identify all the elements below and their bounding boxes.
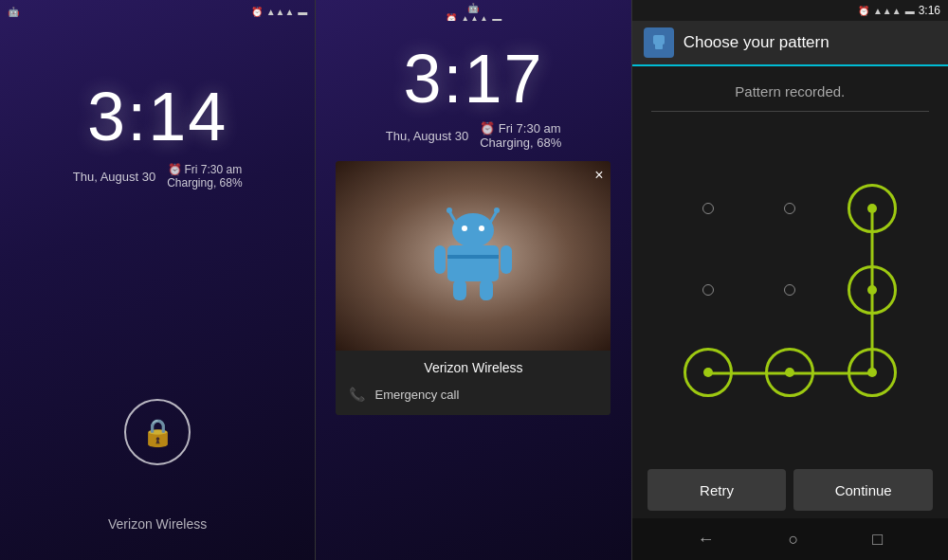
charging-text-1: Charging, 68% [167,176,242,190]
date-text-1: Thu, August 30 [73,170,155,184]
dot-active-inner-2-3 [867,285,877,295]
retry-button[interactable]: Retry [647,469,787,511]
pattern-grid-container[interactable] [632,112,948,469]
carrier-name-1: Verizon Wireless [108,516,207,532]
lock-screen-photo-panel: 🤖 ⏰ ▲▲▲ ▬ 3:17 Thu, August 30 ⏰ Fri 7:30… [316,0,630,560]
dot-3-2 [749,332,831,414]
alarm-clock-icon-2: ⏰ [480,121,495,135]
alarm-row-2: ⏰ Fri 7:30 am [480,121,561,135]
dot-1-2 [749,168,831,250]
android-photo [336,161,611,351]
lock-circle[interactable]: 🔒 [124,399,191,465]
recents-nav-icon[interactable]: □ [872,530,883,550]
svg-point-6 [479,226,484,231]
back-nav-icon[interactable]: ← [698,530,715,550]
status-right-2: ⏰ ▲▲▲ ▬ [446,13,502,21]
dot-active-2-3 [848,265,897,315]
battery-icon-2: ▬ [492,13,501,21]
date-row-2: Thu, August 30 ⏰ Fri 7:30 am Charging, 6… [386,121,561,150]
header-security-icon [644,27,674,58]
status-right-1: ⏰ ▲▲▲ ▬ [251,7,308,17]
phone-icon: 📞 [349,387,365,402]
p3-alarm-icon: ⏰ [858,6,869,16]
photo-app-title: Verizon Wireless [349,360,597,375]
lock-screen-panel: 🤖 ⏰ ▲▲▲ ▬ 3:14 Thu, August 30 ⏰ Fri 7:30… [0,0,315,560]
alarm-icon-2: ⏰ [446,13,457,21]
svg-rect-11 [453,280,466,300]
pattern-screen-panel: ⏰ ▲▲▲ ▬ 3:16 Choose your pattern Pattern… [632,0,948,560]
dot-active-3-3 [848,348,897,397]
svg-rect-12 [480,280,493,300]
dot-inner-1-2 [784,203,795,214]
dot-1-1 [666,168,749,250]
p3-status-bar: ⏰ ▲▲▲ ▬ 3:16 [632,0,948,21]
close-button[interactable]: × [594,167,603,184]
photo-notification-card: × [336,161,611,415]
emergency-row[interactable]: 📞 Emergency call [349,383,597,406]
svg-rect-8 [447,255,499,259]
dot-inner-1-1 [702,203,714,214]
date-text-2: Thu, August 30 [386,129,468,143]
status-bar-1: 🤖 ⏰ ▲▲▲ ▬ [0,0,315,21]
alarm-info-1: ⏰ Fri 7:30 am Charging, 68% [167,163,242,190]
emergency-label: Emergency call [374,388,459,402]
time-display-1: 3:14 [87,78,228,155]
dot-active-inner-1-3 [867,204,877,213]
status-left-1: 🤖 [8,7,19,17]
wifi-icon-1: ▲▲▲ [266,7,295,17]
dot-inner-2-1 [702,284,714,296]
svg-rect-14 [655,42,663,49]
p3-time: 3:16 [919,4,940,17]
status-bar-2: 🤖 ⏰ ▲▲▲ ▬ [316,0,630,21]
battery-icon-1: ▬ [298,7,307,17]
wifi-icon-2: ▲▲▲ [461,13,489,21]
svg-point-2 [447,208,452,213]
dot-inner-2-2 [784,284,795,296]
dot-active-3-2 [765,348,814,397]
alarm-time-2: Fri 7:30 am [499,121,561,135]
p3-battery-icon: ▬ [905,6,915,16]
lock-icon: 🔒 [141,417,174,448]
continue-button[interactable]: Continue [793,469,933,511]
time-display-2: 3:17 [403,40,543,117]
status-left-2: 🤖 [467,3,479,13]
alarm-icon-1: ⏰ [251,7,263,17]
charging-text-2: Charging, 68% [480,135,561,150]
android-icon: 🤖 [8,7,19,17]
svg-point-4 [452,213,494,247]
alarm-time-1: Fri 7:30 am [185,163,243,176]
dot-active-inner-3-1 [703,368,713,377]
dot-active-inner-3-3 [867,368,877,377]
svg-rect-7 [447,245,499,281]
alarm-row-1: ⏰ Fri 7:30 am [168,163,243,176]
home-nav-icon[interactable]: ○ [788,530,798,550]
alarm-clock-icon-1: ⏰ [168,163,182,176]
svg-point-5 [462,226,467,231]
p3-wifi-icon: ▲▲▲ [873,6,902,16]
dot-active-1-3 [848,184,897,233]
dot-active-inner-3-2 [785,368,794,377]
svg-point-3 [494,208,500,213]
panel3-header: Choose your pattern [632,21,948,66]
android-icon-2: 🤖 [467,3,479,13]
alarm-info-2: ⏰ Fri 7:30 am Charging, 68% [480,121,561,150]
dot-2-2 [749,249,831,332]
pattern-buttons: Retry Continue [647,469,933,511]
dot-3-3 [831,332,914,414]
android-robot-svg [430,204,516,308]
nav-bar: ← ○ □ [632,518,948,560]
dot-2-1 [666,249,749,332]
shield-icon [650,34,667,51]
pattern-message: Pattern recorded. [632,66,948,111]
photo-card-bottom: Verizon Wireless 📞 Emergency call [336,351,611,415]
dot-active-3-1 [684,348,733,397]
pattern-grid[interactable] [666,168,913,414]
dot-1-3 [831,168,914,250]
svg-rect-9 [434,245,446,274]
dot-3-1 [666,332,749,414]
svg-rect-10 [501,245,512,274]
header-title: Choose your pattern [684,33,830,52]
date-row-1: Thu, August 30 ⏰ Fri 7:30 am Charging, 6… [73,163,243,190]
dot-2-3 [831,249,914,332]
